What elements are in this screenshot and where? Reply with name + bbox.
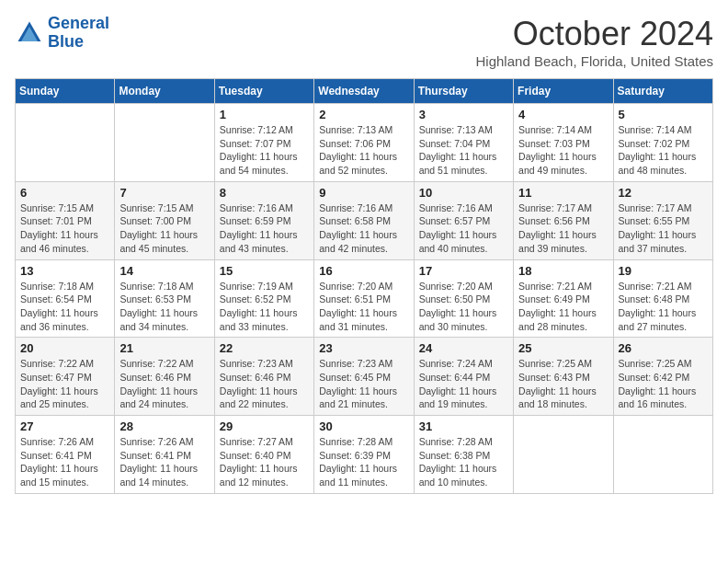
calendar-cell: 9Sunrise: 7:16 AM Sunset: 6:58 PM Daylig…	[314, 181, 414, 259]
day-header-thursday: Thursday	[414, 79, 513, 104]
day-number: 31	[419, 419, 508, 433]
day-number: 26	[619, 341, 708, 355]
day-number: 20	[20, 341, 109, 355]
day-detail: Sunrise: 7:25 AM Sunset: 6:43 PM Dayligh…	[518, 357, 608, 411]
day-number: 3	[419, 108, 508, 121]
calendar-cell: 8Sunrise: 7:16 AM Sunset: 6:59 PM Daylig…	[214, 181, 313, 259]
calendar-cell: 17Sunrise: 7:20 AM Sunset: 6:50 PM Dayli…	[414, 259, 513, 338]
day-detail: Sunrise: 7:17 AM Sunset: 6:56 PM Dayligh…	[518, 201, 608, 256]
calendar-cell	[514, 416, 613, 494]
day-detail: Sunrise: 7:15 AM Sunset: 7:01 PM Dayligh…	[20, 201, 109, 256]
calendar-cell	[16, 104, 115, 182]
day-number: 16	[319, 264, 408, 278]
day-number: 14	[119, 264, 209, 278]
page-header: General Blue October 2024 Highland Beach…	[15, 15, 713, 69]
day-number: 23	[319, 341, 408, 355]
day-number: 28	[119, 419, 209, 433]
day-number: 2	[319, 108, 408, 121]
calendar-cell: 4Sunrise: 7:14 AM Sunset: 7:03 PM Daylig…	[514, 104, 613, 182]
day-number: 1	[220, 108, 309, 121]
calendar-cell: 11Sunrise: 7:17 AM Sunset: 6:56 PM Dayli…	[514, 181, 613, 259]
calendar-cell: 7Sunrise: 7:15 AM Sunset: 7:00 PM Daylig…	[115, 181, 214, 259]
location: Highland Beach, Florida, United States	[476, 53, 713, 69]
day-detail: Sunrise: 7:12 AM Sunset: 7:07 PM Dayligh…	[220, 123, 309, 178]
day-number: 11	[518, 186, 608, 200]
day-header-monday: Monday	[115, 79, 214, 104]
day-number: 6	[20, 186, 109, 200]
title-block: October 2024 Highland Beach, Florida, Un…	[476, 15, 713, 69]
day-detail: Sunrise: 7:22 AM Sunset: 6:47 PM Dayligh…	[20, 357, 109, 411]
calendar-cell: 2Sunrise: 7:13 AM Sunset: 7:06 PM Daylig…	[314, 104, 414, 182]
day-detail: Sunrise: 7:14 AM Sunset: 7:03 PM Dayligh…	[518, 123, 608, 178]
calendar-cell: 14Sunrise: 7:18 AM Sunset: 6:53 PM Dayli…	[115, 259, 214, 338]
day-detail: Sunrise: 7:13 AM Sunset: 7:04 PM Dayligh…	[419, 123, 508, 178]
day-number: 19	[619, 264, 708, 278]
calendar-cell: 12Sunrise: 7:17 AM Sunset: 6:55 PM Dayli…	[613, 181, 712, 259]
day-number: 7	[119, 186, 209, 200]
day-detail: Sunrise: 7:14 AM Sunset: 7:02 PM Dayligh…	[619, 123, 708, 178]
day-number: 22	[220, 341, 309, 355]
day-detail: Sunrise: 7:16 AM Sunset: 6:58 PM Dayligh…	[319, 201, 408, 256]
calendar-cell: 28Sunrise: 7:26 AM Sunset: 6:41 PM Dayli…	[115, 416, 214, 494]
day-detail: Sunrise: 7:18 AM Sunset: 6:53 PM Dayligh…	[119, 280, 209, 334]
calendar-cell: 15Sunrise: 7:19 AM Sunset: 6:52 PM Dayli…	[214, 259, 313, 338]
day-detail: Sunrise: 7:25 AM Sunset: 6:42 PM Dayligh…	[619, 357, 708, 411]
calendar-table: SundayMondayTuesdayWednesdayThursdayFrid…	[15, 78, 713, 494]
day-header-tuesday: Tuesday	[214, 79, 313, 104]
calendar-cell: 18Sunrise: 7:21 AM Sunset: 6:49 PM Dayli…	[514, 259, 613, 338]
calendar-cell: 25Sunrise: 7:25 AM Sunset: 6:43 PM Dayli…	[514, 338, 613, 416]
day-number: 8	[220, 186, 309, 200]
day-number: 15	[220, 264, 309, 278]
calendar-week-3: 13Sunrise: 7:18 AM Sunset: 6:54 PM Dayli…	[16, 259, 713, 338]
calendar-cell: 13Sunrise: 7:18 AM Sunset: 6:54 PM Dayli…	[16, 259, 115, 338]
calendar-cell: 29Sunrise: 7:27 AM Sunset: 6:40 PM Dayli…	[214, 416, 313, 494]
calendar-cell: 23Sunrise: 7:23 AM Sunset: 6:45 PM Dayli…	[314, 338, 414, 416]
logo: General Blue	[15, 15, 109, 52]
day-detail: Sunrise: 7:21 AM Sunset: 6:49 PM Dayligh…	[518, 280, 608, 334]
calendar-week-2: 6Sunrise: 7:15 AM Sunset: 7:01 PM Daylig…	[16, 181, 713, 259]
day-detail: Sunrise: 7:26 AM Sunset: 6:41 PM Dayligh…	[20, 435, 109, 489]
calendar-cell: 10Sunrise: 7:16 AM Sunset: 6:57 PM Dayli…	[414, 181, 513, 259]
day-number: 24	[419, 341, 508, 355]
day-detail: Sunrise: 7:21 AM Sunset: 6:48 PM Dayligh…	[619, 280, 708, 334]
day-detail: Sunrise: 7:20 AM Sunset: 6:51 PM Dayligh…	[319, 280, 408, 334]
day-number: 9	[319, 186, 408, 200]
calendar-header: SundayMondayTuesdayWednesdayThursdayFrid…	[16, 79, 713, 104]
day-detail: Sunrise: 7:20 AM Sunset: 6:50 PM Dayligh…	[419, 280, 508, 334]
day-number: 18	[518, 264, 608, 278]
day-detail: Sunrise: 7:16 AM Sunset: 6:57 PM Dayligh…	[419, 201, 508, 256]
day-number: 4	[518, 108, 608, 121]
day-detail: Sunrise: 7:23 AM Sunset: 6:46 PM Dayligh…	[220, 357, 309, 411]
calendar-cell: 27Sunrise: 7:26 AM Sunset: 6:41 PM Dayli…	[16, 416, 115, 494]
day-number: 10	[419, 186, 508, 200]
logo-text: General Blue	[48, 15, 109, 52]
calendar-cell: 6Sunrise: 7:15 AM Sunset: 7:01 PM Daylig…	[16, 181, 115, 259]
calendar-week-4: 20Sunrise: 7:22 AM Sunset: 6:47 PM Dayli…	[16, 338, 713, 416]
calendar-cell	[115, 104, 214, 182]
calendar-cell	[613, 416, 712, 494]
calendar-cell: 16Sunrise: 7:20 AM Sunset: 6:51 PM Dayli…	[314, 259, 414, 338]
day-detail: Sunrise: 7:13 AM Sunset: 7:06 PM Dayligh…	[319, 123, 408, 178]
calendar-cell: 31Sunrise: 7:28 AM Sunset: 6:38 PM Dayli…	[414, 416, 513, 494]
day-detail: Sunrise: 7:16 AM Sunset: 6:59 PM Dayligh…	[220, 201, 309, 256]
calendar-cell: 20Sunrise: 7:22 AM Sunset: 6:47 PM Dayli…	[16, 338, 115, 416]
day-detail: Sunrise: 7:26 AM Sunset: 6:41 PM Dayligh…	[119, 435, 209, 489]
day-header-friday: Friday	[514, 79, 613, 104]
day-detail: Sunrise: 7:28 AM Sunset: 6:39 PM Dayligh…	[319, 435, 408, 489]
calendar-cell: 26Sunrise: 7:25 AM Sunset: 6:42 PM Dayli…	[613, 338, 712, 416]
calendar-week-5: 27Sunrise: 7:26 AM Sunset: 6:41 PM Dayli…	[16, 416, 713, 494]
calendar-cell: 24Sunrise: 7:24 AM Sunset: 6:44 PM Dayli…	[414, 338, 513, 416]
day-detail: Sunrise: 7:22 AM Sunset: 6:46 PM Dayligh…	[119, 357, 209, 411]
day-detail: Sunrise: 7:19 AM Sunset: 6:52 PM Dayligh…	[220, 280, 309, 334]
day-number: 29	[220, 419, 309, 433]
calendar-cell: 3Sunrise: 7:13 AM Sunset: 7:04 PM Daylig…	[414, 104, 513, 182]
logo-icon	[15, 18, 44, 48]
calendar-cell: 19Sunrise: 7:21 AM Sunset: 6:48 PM Dayli…	[613, 259, 712, 338]
calendar-cell: 21Sunrise: 7:22 AM Sunset: 6:46 PM Dayli…	[115, 338, 214, 416]
day-detail: Sunrise: 7:17 AM Sunset: 6:55 PM Dayligh…	[619, 201, 708, 256]
day-number: 30	[319, 419, 408, 433]
day-header-wednesday: Wednesday	[314, 79, 414, 104]
day-number: 5	[619, 108, 708, 121]
month-title: October 2024	[476, 15, 713, 53]
day-number: 13	[20, 264, 109, 278]
